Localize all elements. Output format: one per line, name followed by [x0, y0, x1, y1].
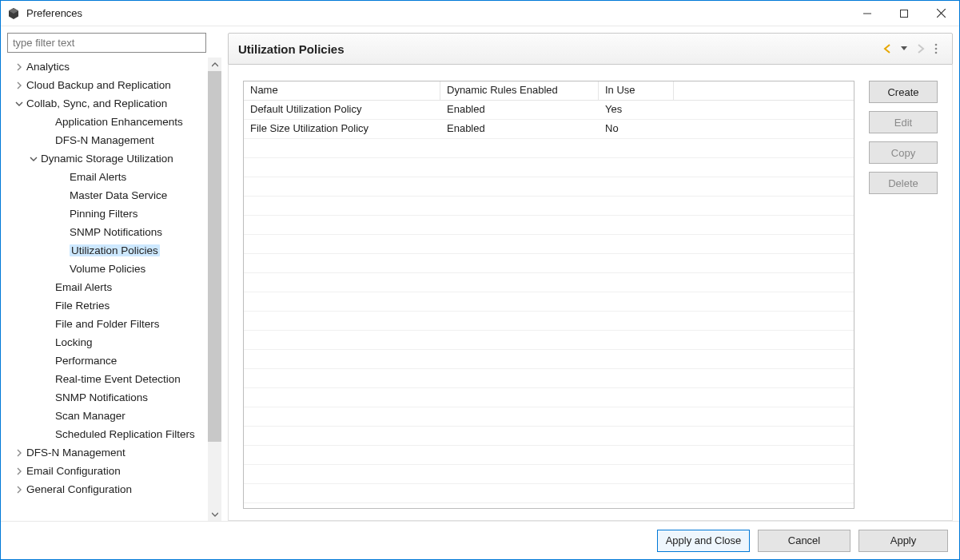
tree-item[interactable]: Analytics	[7, 58, 205, 76]
tree-item[interactable]: Application Enhancements	[7, 113, 205, 131]
tree-item[interactable]: Cloud Backup and Replication	[7, 76, 205, 94]
tree-item[interactable]: Master Data Service	[7, 186, 205, 205]
tree-item-label: SNMP Notifications	[55, 391, 148, 403]
tree-item[interactable]: Real-time Event Detection	[7, 370, 205, 388]
table-row	[244, 312, 854, 331]
column-dynamic[interactable]: Dynamic Rules Enabled	[440, 81, 599, 100]
tree-item-label: Cloud Backup and Replication	[26, 79, 171, 91]
delete-button[interactable]: Delete	[869, 172, 938, 194]
tree-item[interactable]: Dynamic Storage Utilization	[7, 149, 205, 168]
tree-item[interactable]: SNMP Notifications	[7, 388, 205, 407]
policies-table[interactable]: Name Dynamic Rules Enabled In Use Defaul…	[243, 81, 854, 509]
table-row	[244, 369, 854, 388]
tree-item-label: Analytics	[26, 61, 70, 73]
cell-dynamic: Enabled	[440, 101, 599, 119]
filter-input[interactable]	[7, 33, 206, 53]
window-title: Preferences	[26, 7, 82, 19]
close-button[interactable]	[922, 1, 959, 26]
table-row	[244, 139, 854, 158]
copy-button[interactable]: Copy	[869, 141, 938, 164]
tree-item[interactable]: DFS-N Management	[7, 443, 205, 462]
tree-item[interactable]: Performance	[7, 351, 205, 370]
tree-item-label: Email Configuration	[26, 465, 121, 477]
tree-item-label: DFS-N Management	[55, 134, 154, 146]
tree-item[interactable]: Volume Policies	[7, 260, 205, 278]
tree-item[interactable]: Utilization Policies	[7, 241, 205, 260]
table-row	[244, 254, 854, 273]
app-icon	[7, 7, 20, 20]
table-row[interactable]: File Size Utilization PolicyEnabledNo	[244, 120, 854, 139]
tree-expand-icon[interactable]	[14, 484, 25, 495]
minimize-button[interactable]	[849, 1, 886, 26]
apply-button[interactable]: Apply	[858, 530, 948, 552]
tree-item[interactable]: DFS-N Management	[7, 131, 205, 149]
column-name[interactable]: Name	[244, 81, 440, 100]
main-panel: Utilization Policies	[228, 33, 953, 521]
table-row	[244, 407, 854, 427]
menu-dots-icon[interactable]	[930, 42, 942, 55]
preferences-tree[interactable]: AnalyticsCloud Backup and ReplicationCol…	[7, 58, 208, 521]
table-row	[244, 465, 854, 484]
tree-item-label: File and Folder Filters	[55, 318, 160, 330]
tree-item[interactable]: Email Configuration	[7, 462, 205, 480]
tree-item[interactable]: Email Alerts	[7, 278, 205, 296]
column-in-use[interactable]: In Use	[599, 81, 674, 100]
tree-scrollbar[interactable]	[208, 58, 221, 521]
tree-item-label: Dynamic Storage Utilization	[41, 153, 173, 165]
svg-rect-3	[901, 10, 908, 17]
tree-item[interactable]: Collab, Sync, and Replication	[7, 94, 205, 113]
tree-item-label: SNMP Notifications	[70, 226, 162, 238]
main-header: Utilization Policies	[228, 33, 953, 65]
tree-item-label: Real-time Event Detection	[55, 373, 181, 385]
svg-point-8	[935, 48, 938, 50]
tree-item[interactable]: Pinning Filters	[7, 205, 205, 223]
column-spacer	[674, 81, 854, 100]
tree-item[interactable]: Scan Manager	[7, 407, 205, 425]
tree-item[interactable]: Locking	[7, 333, 205, 351]
table-row	[244, 197, 854, 216]
table-row[interactable]: Default Utilization PolicyEnabledYes	[244, 101, 854, 120]
create-button[interactable]: Create	[869, 81, 938, 103]
table-row	[244, 350, 854, 369]
cancel-button[interactable]: Cancel	[758, 530, 850, 552]
tree-item[interactable]: General Configuration	[7, 480, 205, 498]
table-row	[244, 427, 854, 446]
table-row	[244, 177, 854, 197]
cell-in-use: Yes	[599, 101, 674, 119]
cell-name: Default Utilization Policy	[244, 101, 440, 119]
tree-expand-icon[interactable]	[14, 80, 25, 91]
svg-point-9	[935, 52, 938, 54]
tree-item-label: Utilization Policies	[70, 244, 160, 256]
tree-expand-icon[interactable]	[14, 466, 25, 477]
scroll-down-icon[interactable]	[208, 507, 221, 521]
tree-item-label: Email Alerts	[70, 171, 126, 183]
scroll-thumb[interactable]	[208, 71, 221, 442]
edit-button[interactable]: Edit	[869, 111, 938, 133]
tree-item-label: Volume Policies	[70, 263, 145, 275]
back-icon[interactable]	[882, 42, 894, 55]
tree-item[interactable]: File Retries	[7, 296, 205, 315]
tree-item-label: Scan Manager	[55, 410, 125, 422]
dropdown-icon[interactable]	[898, 42, 910, 55]
tree-item-label: General Configuration	[26, 483, 132, 495]
tree-item[interactable]: File and Folder Filters	[7, 315, 205, 333]
maximize-button[interactable]	[886, 1, 922, 26]
tree-expand-icon[interactable]	[14, 447, 25, 459]
tree-item[interactable]: Scheduled Replication Filters	[7, 425, 205, 443]
tree-item-label: Application Enhancements	[55, 116, 183, 128]
tree-item-label: Scheduled Replication Filters	[55, 428, 195, 440]
tree-expand-icon[interactable]	[14, 98, 25, 109]
scroll-up-icon[interactable]	[208, 58, 221, 71]
cell-in-use: No	[599, 120, 674, 138]
tree-item-label: Collab, Sync, and Replication	[26, 97, 167, 109]
tree-item[interactable]: SNMP Notifications	[7, 223, 205, 241]
table-row	[244, 235, 854, 254]
svg-point-7	[935, 44, 938, 46]
apply-and-close-button[interactable]: Apply and Close	[657, 530, 750, 552]
tree-item[interactable]: Email Alerts	[7, 168, 205, 186]
svg-marker-6	[901, 46, 907, 50]
table-row	[244, 273, 854, 292]
tree-expand-icon[interactable]	[14, 62, 25, 73]
dialog-footer: Apply and Close Cancel Apply	[1, 521, 959, 559]
tree-expand-icon[interactable]	[28, 153, 39, 165]
